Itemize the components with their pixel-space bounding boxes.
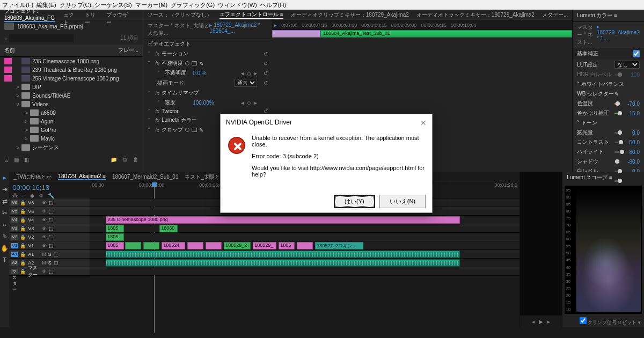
chevron-icon[interactable]: ˃	[148, 117, 153, 123]
track-header[interactable]: V1 🔒 V1 👁 ⬚	[9, 241, 90, 249]
list-item[interactable]: v Videos	[0, 100, 143, 108]
ellipse-mask-icon[interactable]	[185, 128, 189, 132]
sync-lock-icon[interactable]: ⬚	[49, 234, 54, 240]
close-icon[interactable]: ✕	[420, 119, 427, 127]
sync-lock-icon[interactable]: ⬚	[49, 269, 54, 274]
clip[interactable]	[143, 242, 159, 249]
marker-icon[interactable]: ◆	[30, 193, 34, 199]
fx-badge[interactable]: fx	[155, 51, 159, 57]
list-item[interactable]: > GoPro	[0, 126, 143, 134]
new-bin-icon[interactable]: 📁	[111, 157, 117, 163]
param-slider[interactable]	[614, 161, 620, 163]
param-slider[interactable]	[614, 151, 620, 153]
clip[interactable]	[206, 242, 222, 249]
clip[interactable]: 18060	[159, 225, 178, 232]
solo-icon[interactable]: S	[48, 252, 52, 257]
next-kf-icon[interactable]: ▸	[254, 100, 257, 106]
track-target[interactable]: V3	[11, 226, 18, 231]
chevron-icon[interactable]: >	[23, 136, 30, 142]
effect-row[interactable]: ビデオエフェクト	[143, 39, 272, 49]
track-content[interactable]: 180518060	[90, 224, 519, 232]
menu-window[interactable]: ウィンドウ(W)	[218, 1, 257, 9]
track-target[interactable]: A2	[11, 260, 18, 266]
col-name[interactable]: 名前	[4, 47, 118, 54]
param-value[interactable]: 0.0	[620, 130, 640, 136]
param-slider[interactable]	[614, 103, 620, 105]
track-header[interactable]: マスター 🔒 マスター 👁 ⬚	[9, 267, 90, 275]
effect-value[interactable]: 100.00%	[193, 100, 225, 106]
track-content[interactable]	[90, 267, 519, 275]
tab-audio-clip-mixer[interactable]: オーディオクリップミキサー：180729_Akajima2	[291, 11, 409, 19]
clip[interactable]: 1805	[106, 242, 124, 249]
settings-icon[interactable]: ⚙	[39, 193, 43, 199]
timeline-tab[interactable]: _TWに投稿とか	[13, 173, 52, 181]
reset-icon[interactable]: ↺	[257, 51, 268, 57]
track-target[interactable]: A1	[11, 252, 18, 257]
track-target[interactable]: V6	[11, 200, 18, 205]
clip[interactable]: 180529_	[253, 242, 276, 249]
ellipse-mask-icon[interactable]	[185, 61, 189, 65]
lock-icon[interactable]: 🔒	[20, 269, 26, 274]
lut-select[interactable]: なし	[614, 61, 640, 69]
sync-lock-icon[interactable]: ⬚	[54, 260, 58, 266]
fx-badge[interactable]: fx	[155, 127, 159, 133]
menu-help[interactable]: ヘルプ(H)	[260, 1, 286, 9]
timeline-tab[interactable]: 180729_Akajima2 ≡	[58, 173, 106, 180]
list-item[interactable]: > a6500	[0, 108, 143, 117]
chevron-icon[interactable]: ˃	[148, 90, 153, 96]
param-slider[interactable]	[614, 180, 620, 182]
sequence-link[interactable]: ▸ 180729_Akajima2 * 180604_...	[209, 22, 268, 37]
track-content[interactable]	[90, 259, 519, 267]
effect-row[interactable]: ˃速度100.00%◂◇▸	[143, 98, 272, 107]
list-item[interactable]: > Sounds/Title/AE	[0, 91, 143, 100]
chevron-icon[interactable]: >	[23, 127, 30, 133]
list-item[interactable]: > Mavic	[0, 134, 143, 143]
param-value[interactable]: 50.0	[620, 139, 640, 145]
pen-tool-icon[interactable]: ✎	[1, 233, 9, 241]
clip[interactable]: 1805	[279, 242, 295, 249]
lock-icon[interactable]: 🔒	[20, 217, 26, 223]
add-kf-icon[interactable]: ◇	[247, 100, 251, 106]
chevron-icon[interactable]: ˃	[148, 51, 153, 57]
razor-tool-icon[interactable]: ✂	[1, 209, 9, 218]
chevron-icon[interactable]: >	[14, 93, 21, 99]
clip[interactable]: 180527_2スキン...	[315, 242, 363, 249]
yes-button[interactable]: はい(Y)	[334, 195, 375, 208]
fx-badge[interactable]: fx	[155, 108, 159, 114]
track-header[interactable]: V5 🔒 V5 👁 ⬚	[9, 207, 90, 215]
file-list[interactable]: 235 Cinemascope 1080.png 239 Theatrical …	[0, 57, 143, 152]
scope-footer-label[interactable]: クランプ信号 8 ビット ▾	[588, 320, 641, 325]
lock-icon[interactable]: 🔒	[20, 200, 26, 205]
tab-source[interactable]: ソース：（クリップなし）	[148, 11, 212, 19]
effect-timeline-ruler[interactable]: ▸0;07;0000;00;07;1500;00;08;0000;00;08;1…	[272, 20, 572, 30]
col-framerate[interactable]: フレー...	[118, 47, 138, 54]
ripple-edit-tool-icon[interactable]: ⇄	[1, 197, 9, 206]
tab-project[interactable]: プロジェクト: 180603_Akajima_FG	[4, 8, 55, 22]
param-value[interactable]: -70.0	[620, 101, 640, 107]
clip[interactable]	[106, 251, 460, 258]
linked-sel-icon[interactable]: ∩	[22, 193, 26, 199]
add-kf-icon[interactable]: ◇	[247, 70, 251, 76]
eye-icon[interactable]: 👁	[42, 217, 47, 223]
tab-media-browser[interactable]: メディアブラウザー	[106, 4, 130, 26]
basic-correction-hdr[interactable]: 基本補正	[577, 50, 598, 57]
clip[interactable]: 180529_2	[224, 242, 251, 249]
eye-icon[interactable]: 👁	[42, 234, 47, 240]
clip[interactable]: 1805	[106, 233, 124, 241]
prev-kf-icon[interactable]: ◂	[241, 70, 244, 76]
track-header[interactable]: V4 🔒 V4 👁 ⬚	[9, 216, 90, 224]
playhead-marker[interactable]: ▸	[274, 23, 277, 28]
prev-kf-icon[interactable]: ◂	[241, 100, 244, 106]
timecode[interactable]: 00;00;16;13	[12, 183, 86, 192]
eye-icon[interactable]: 👁	[42, 243, 47, 248]
whitebalance-hdr[interactable]: ˅ ホワイトバランス	[577, 80, 624, 88]
param-slider[interactable]	[614, 132, 620, 134]
clip[interactable]	[125, 242, 141, 249]
sync-lock-icon[interactable]: ⬚	[54, 252, 58, 257]
effect-row[interactable]: ˃不透明度0.0 %◂◇▸↺	[143, 68, 272, 78]
trash-icon[interactable]: 🗑	[133, 157, 138, 163]
track-header[interactable]: A2 🔒 A2 M S ⬚	[9, 259, 90, 267]
tab-history[interactable]: ヒストリー	[85, 4, 98, 26]
track-select-tool-icon[interactable]: ⇥	[1, 186, 9, 194]
lock-icon[interactable]: 🔒	[20, 243, 26, 248]
